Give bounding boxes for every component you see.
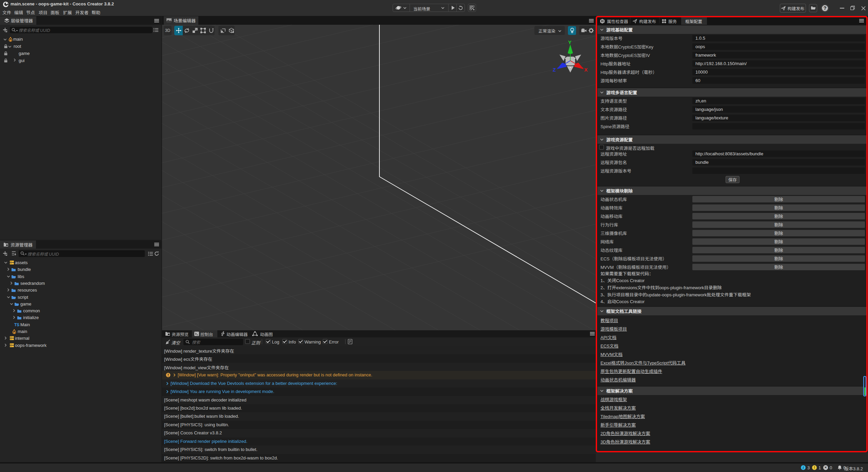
svg-text:Y: Y <box>568 39 572 45</box>
svg-text:Z: Z <box>553 67 556 73</box>
svg-text:X: X <box>584 67 588 73</box>
